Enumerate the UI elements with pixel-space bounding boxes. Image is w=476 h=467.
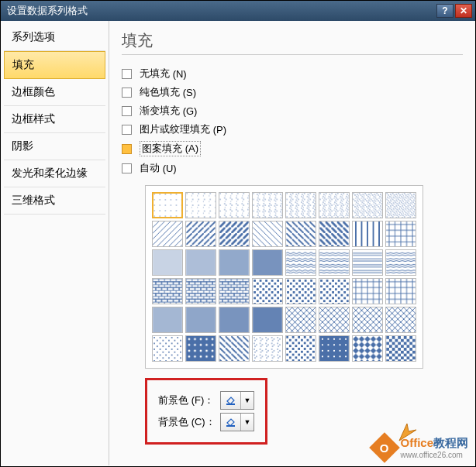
pattern-swatch[interactable]: [319, 278, 350, 304]
sidebar-item-border-style[interactable]: 边框样式: [4, 106, 105, 133]
pattern-swatch[interactable]: [185, 221, 216, 247]
pattern-swatch[interactable]: [152, 192, 183, 218]
chevron-down-icon: ▼: [241, 397, 254, 404]
svg-rect-141: [386, 336, 416, 361]
pattern-swatch[interactable]: [152, 307, 183, 333]
sidebar-item-shadow[interactable]: 阴影: [4, 133, 105, 160]
pattern-swatch[interactable]: [385, 335, 416, 362]
pattern-swatch[interactable]: [219, 249, 250, 276]
background-color-button[interactable]: ▼: [220, 413, 254, 431]
svg-rect-57: [353, 221, 382, 246]
svg-rect-138: [353, 336, 382, 361]
pattern-swatch[interactable]: [285, 249, 316, 276]
pattern-swatch[interactable]: [385, 307, 416, 333]
pattern-swatch[interactable]: [185, 278, 216, 304]
svg-rect-13: [253, 193, 282, 218]
pattern-swatch[interactable]: [352, 335, 383, 362]
panel-heading: 填充: [122, 30, 463, 51]
pattern-swatch[interactable]: [219, 278, 250, 304]
radio-picture-fill[interactable]: 图片或纹理填充 (P): [122, 120, 463, 139]
radio-icon: [122, 88, 132, 98]
radio-icon: [122, 106, 132, 116]
svg-rect-134: [286, 336, 316, 361]
foreground-color-button[interactable]: ▼: [220, 391, 254, 410]
bucket-icon: [221, 414, 241, 431]
sidebar-item-series-options[interactable]: 系列选项: [4, 24, 105, 51]
sidebar-item-border-color[interactable]: 边框颜色: [4, 79, 105, 106]
pattern-swatch[interactable]: [319, 307, 350, 333]
svg-rect-96: [353, 279, 382, 304]
pattern-swatch[interactable]: [252, 221, 283, 247]
pattern-swatch[interactable]: [352, 307, 383, 333]
pattern-swatch[interactable]: [352, 249, 383, 276]
pattern-swatch[interactable]: [219, 192, 250, 218]
pattern-swatch[interactable]: [385, 278, 416, 304]
pattern-swatch[interactable]: [352, 278, 383, 304]
pattern-swatch[interactable]: [285, 335, 316, 362]
sidebar-item-3d-format[interactable]: 三维格式: [4, 187, 105, 215]
svg-rect-87: [253, 279, 282, 304]
svg-rect-125: [186, 336, 216, 361]
radio-pattern-fill[interactable]: 图案填充 (A): [122, 139, 463, 159]
pattern-swatch[interactable]: [252, 307, 283, 333]
pattern-swatch[interactable]: [185, 335, 216, 362]
foreground-color-row: 前景色 (F)： ▼: [158, 391, 254, 410]
pattern-swatch[interactable]: [285, 307, 316, 333]
pattern-swatch[interactable]: [352, 192, 383, 218]
pattern-swatch[interactable]: [219, 335, 250, 362]
svg-rect-122: [153, 336, 182, 361]
pattern-swatch[interactable]: [152, 278, 183, 304]
pattern-swatch[interactable]: [252, 192, 283, 218]
pattern-swatch[interactable]: [252, 335, 283, 362]
svg-rect-103: [186, 307, 216, 332]
svg-rect-107: [253, 307, 282, 332]
pattern-swatch[interactable]: [385, 249, 416, 276]
svg-rect-1: [153, 194, 181, 217]
svg-rect-116: [353, 307, 382, 332]
radio-icon: [122, 163, 132, 173]
svg-rect-8: [219, 193, 249, 218]
radio-no-fill[interactable]: 无填充 (N): [122, 64, 463, 83]
pattern-swatch[interactable]: [252, 249, 283, 276]
svg-rect-119: [386, 307, 416, 332]
pattern-swatch[interactable]: [152, 221, 183, 247]
pattern-swatch[interactable]: [185, 249, 216, 276]
svg-rect-137: [319, 336, 349, 361]
pattern-swatch[interactable]: [219, 221, 250, 247]
pattern-swatch[interactable]: [219, 307, 250, 333]
svg-rect-70: [319, 250, 349, 275]
pattern-swatch[interactable]: [152, 249, 183, 276]
help-button[interactable]: ?: [436, 4, 454, 18]
pattern-swatch[interactable]: [352, 221, 383, 247]
radio-gradient-fill[interactable]: 渐变填充 (G): [122, 101, 463, 120]
svg-rect-43: [386, 193, 416, 218]
pattern-swatch[interactable]: [285, 221, 316, 247]
dialog-body: 系列选项 填充 边框颜色 边框样式 阴影 发光和柔化边缘 三维格式 填充 无填充…: [1, 21, 475, 465]
format-data-series-dialog: 设置数据系列格式 ? ✕ 系列选项 填充 边框颜色 边框样式 阴影 发光和柔化边…: [0, 0, 476, 467]
svg-rect-84: [219, 279, 249, 304]
svg-rect-101: [153, 307, 182, 332]
pattern-swatch[interactable]: [385, 221, 416, 247]
svg-rect-51: [253, 221, 282, 246]
pattern-swatch[interactable]: [252, 278, 283, 304]
watermark-logo-icon: O: [370, 432, 401, 463]
svg-rect-76: [153, 279, 182, 304]
pattern-swatch[interactable]: [385, 192, 416, 218]
pattern-swatch[interactable]: [319, 249, 350, 276]
close-button[interactable]: ✕: [455, 4, 472, 18]
svg-rect-72: [386, 250, 416, 275]
radio-auto-fill[interactable]: 自动 (U): [122, 159, 463, 177]
radio-icon: [122, 69, 132, 79]
pattern-swatch[interactable]: [152, 335, 183, 362]
sidebar-item-fill[interactable]: 填充: [4, 51, 105, 79]
sidebar-item-glow[interactable]: 发光和柔化边缘: [4, 160, 105, 187]
pattern-swatch[interactable]: [285, 278, 316, 304]
svg-rect-131: [253, 336, 282, 361]
pattern-swatch[interactable]: [319, 335, 350, 362]
pattern-swatch[interactable]: [285, 192, 316, 218]
radio-solid-fill[interactable]: 纯色填充 (S): [122, 83, 463, 101]
pattern-swatch[interactable]: [319, 221, 350, 247]
pattern-swatch[interactable]: [185, 307, 216, 333]
pattern-swatch[interactable]: [185, 192, 216, 218]
pattern-swatch[interactable]: [319, 192, 350, 218]
